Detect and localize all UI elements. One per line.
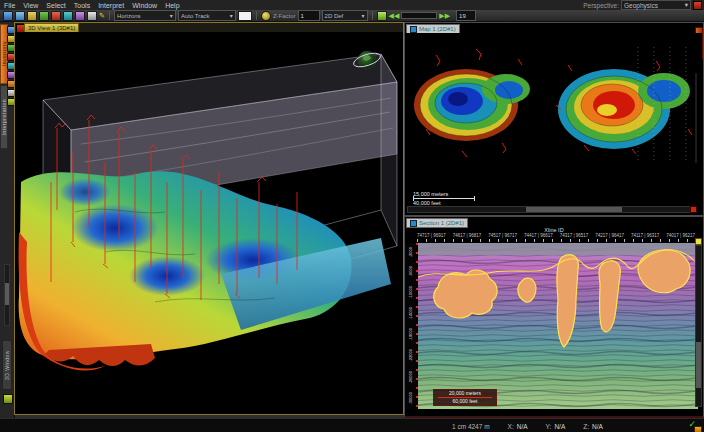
section-scrollbar-top-button[interactable] bbox=[695, 238, 702, 245]
chevron-down-icon: ▾ bbox=[362, 12, 365, 19]
snapshot-icon[interactable] bbox=[27, 11, 37, 21]
left-sidebar: Inventory Interpretation 3D Window bbox=[0, 22, 15, 418]
section-scrollbar-thumb[interactable] bbox=[696, 342, 701, 388]
depth-tick: -2000 bbox=[408, 247, 413, 257]
map-scrollbar-thumb[interactable] bbox=[526, 207, 622, 212]
save-icon[interactable] bbox=[15, 11, 25, 21]
pencil-icon[interactable]: ✎ bbox=[99, 12, 105, 20]
3d-scene[interactable] bbox=[15, 32, 403, 414]
toolbar-separator bbox=[372, 11, 373, 20]
notification-icon[interactable] bbox=[694, 426, 702, 432]
map-scrollbar-end-button[interactable] bbox=[690, 206, 697, 213]
xline-tick: 74717 | 96917 bbox=[417, 233, 446, 238]
autotrack-dropdown-value: Auto Track bbox=[181, 13, 210, 19]
main-toolbar: ✎ Horizons ▾ Auto Track ▾ Z-Factor 1 2D … bbox=[0, 10, 704, 22]
2d-def-value: 2D Def bbox=[325, 13, 344, 19]
depth-tick: -18000 bbox=[408, 328, 413, 340]
menu-tools[interactable]: Tools bbox=[70, 2, 94, 9]
xline-tick: 74617 | 96817 bbox=[453, 233, 482, 238]
map-scale-line bbox=[413, 198, 475, 199]
section-title: Section 1 (2D#1) bbox=[419, 220, 464, 226]
chevron-down-icon: ▾ bbox=[685, 1, 688, 9]
zfactor-field[interactable]: 1 bbox=[298, 10, 320, 21]
map-icon bbox=[410, 26, 417, 33]
status-z-label: Z: bbox=[583, 423, 589, 430]
depth-tick: -14000 bbox=[408, 307, 413, 319]
section-icon bbox=[410, 220, 417, 227]
zfactor-value: 1 bbox=[301, 13, 304, 19]
zfactor-label: Z-Factor bbox=[273, 13, 296, 19]
menu-help[interactable]: Help bbox=[161, 2, 183, 9]
frame-number-field[interactable]: 19 bbox=[456, 10, 476, 21]
layers-icon[interactable] bbox=[377, 11, 387, 21]
status-z-value: N/A bbox=[592, 423, 603, 430]
palette-icon[interactable] bbox=[75, 11, 85, 21]
delete-icon[interactable] bbox=[51, 11, 61, 21]
depth-axis: -2000 -6000 -10000 -14000 -18000 -22000 … bbox=[405, 243, 416, 409]
seed-point-icon[interactable] bbox=[261, 11, 271, 21]
sidebar-tab-3d-window[interactable]: 3D Window bbox=[2, 340, 12, 390]
map-horizontal-scrollbar[interactable] bbox=[407, 206, 697, 213]
grid-icon[interactable] bbox=[87, 11, 97, 21]
toolbar-separator bbox=[109, 11, 110, 20]
autotrack-dropdown[interactable]: Auto Track ▾ bbox=[178, 10, 236, 21]
step-back-button[interactable]: ◀◀ bbox=[389, 12, 400, 20]
map-canvas[interactable] bbox=[406, 33, 702, 189]
status-bar: 1 cm 4247 m X: N/A Y: N/A Z: N/A ✓ bbox=[0, 418, 704, 432]
section-scale-meters: 20,000 meters bbox=[434, 391, 496, 396]
depth-tick: -26000 bbox=[408, 371, 413, 383]
horizons-dropdown-value: Horizons bbox=[117, 13, 141, 19]
depth-tick: -10000 bbox=[408, 286, 413, 298]
xline-tick: 74017 | 96217 bbox=[666, 233, 695, 238]
sidebar-scrollbar-thumb[interactable] bbox=[5, 283, 9, 305]
status-x-value: N/A bbox=[517, 423, 528, 430]
toolbar-separator bbox=[256, 11, 257, 20]
menu-select[interactable]: Select bbox=[42, 2, 69, 9]
map-scale-meters: 15,000 meters bbox=[413, 191, 475, 197]
menu-window[interactable]: Window bbox=[128, 2, 161, 9]
menu-interpret[interactable]: Interpret bbox=[94, 2, 128, 9]
sidebar-tab-3d-window-label: 3D Window bbox=[4, 350, 10, 380]
refresh-icon[interactable] bbox=[39, 11, 49, 21]
xline-tick: 74117 | 96317 bbox=[631, 233, 659, 238]
section-scale-bar: 20,000 meters 60,000 feet bbox=[433, 389, 497, 406]
map-scale-bar: 15,000 meters 40,000 feet bbox=[413, 191, 475, 206]
perspective-dropdown[interactable]: Geophysics ▾ bbox=[621, 0, 691, 10]
xline-tick: 74217 | 96417 bbox=[595, 233, 624, 238]
menu-view[interactable]: View bbox=[19, 2, 42, 9]
map-gap bbox=[546, 51, 558, 163]
frame-number-value: 19 bbox=[459, 13, 466, 19]
section-vertical-scrollbar[interactable] bbox=[695, 245, 702, 407]
status-y-label: Y: bbox=[546, 423, 552, 430]
depth-tick: -6000 bbox=[408, 266, 413, 276]
xline-tick: 74517 | 96717 bbox=[488, 233, 517, 238]
map-title: Map 1 (2D#1) bbox=[419, 26, 456, 32]
xline-tick: 74417 | 96617 bbox=[524, 233, 553, 238]
horizons-dropdown[interactable]: Horizons ▾ bbox=[114, 10, 176, 21]
frame-slider[interactable] bbox=[401, 12, 437, 19]
section-scale-feet: 60,000 feet bbox=[434, 399, 496, 404]
depth-tick: -22000 bbox=[408, 349, 413, 361]
xline-tick-labels: 74717 | 96917 74617 | 96817 74517 | 9671… bbox=[417, 233, 695, 238]
layout-button[interactable] bbox=[693, 1, 702, 10]
cursor-tool-icon[interactable] bbox=[63, 11, 73, 21]
open-folder-icon[interactable] bbox=[3, 11, 13, 21]
status-scale: 1 cm 4247 m bbox=[452, 423, 490, 430]
seismic-section[interactable] bbox=[418, 243, 698, 409]
step-forward-button[interactable]: ▶▶ bbox=[439, 12, 450, 20]
2d-def-dropdown[interactable]: 2D Def ▾ bbox=[322, 10, 368, 21]
sidebar-scrollbar[interactable] bbox=[4, 264, 10, 326]
chevron-down-icon: ▾ bbox=[230, 12, 233, 19]
perspective-value: Geophysics bbox=[624, 2, 658, 9]
status-y-value: N/A bbox=[554, 423, 565, 430]
chevron-down-icon: ▾ bbox=[170, 12, 173, 19]
xline-ruler bbox=[417, 239, 695, 242]
menu-file[interactable]: File bbox=[0, 2, 19, 9]
panel-map: Map 1 (2D#1) bbox=[404, 22, 704, 216]
perspective-label: Perspective: bbox=[583, 2, 619, 9]
depth-tick: -30000 bbox=[408, 392, 413, 404]
color-swatch[interactable] bbox=[238, 11, 252, 21]
xline-tick: 74317 | 96517 bbox=[560, 233, 589, 238]
window-settings-icon[interactable] bbox=[3, 394, 13, 404]
panel-section: Section 1 (2D#1) Xline ID 74717 | 96917 … bbox=[404, 216, 704, 418]
